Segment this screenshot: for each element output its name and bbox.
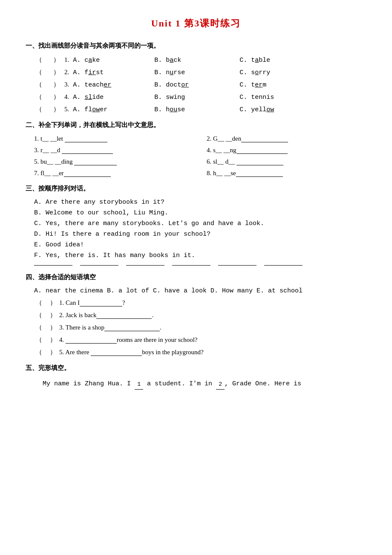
cloze-blank-1: 1 bbox=[135, 379, 143, 390]
answer-blank bbox=[172, 265, 210, 266]
q1-option-a: A. cake bbox=[69, 57, 154, 64]
list-item: （ ） 4. rooms are there in your school? bbox=[26, 336, 366, 344]
q5-option-a: A. flower bbox=[69, 106, 154, 113]
fill-blank bbox=[241, 142, 288, 142]
list-item: 7. fl__ __er bbox=[34, 170, 194, 177]
fill-blank bbox=[236, 165, 283, 165]
list-item: 3. r__ __d bbox=[34, 147, 194, 154]
list-item: （ ） 1. Can I? bbox=[26, 299, 366, 307]
section2-grid: 1. t__ __let 2. G__ __den 3. r__ __d 4. … bbox=[26, 135, 366, 177]
table-row: （ ） 4. A. slide B. swing C. tennis bbox=[34, 93, 366, 101]
cloze-blank-2: 2 bbox=[216, 379, 225, 390]
q4-num: （ ） 4. bbox=[34, 93, 69, 101]
q4-option-c: C. tennis bbox=[239, 94, 325, 101]
q5-option-c: C. yellow bbox=[239, 106, 325, 113]
answer-blank bbox=[264, 265, 303, 266]
list-item: （ ） 2. Jack is back. bbox=[26, 311, 366, 319]
table-row: （ ） 2. A. first B. nurse C. sorry bbox=[34, 68, 366, 76]
section5-text: My name is Zhang Hua. I 1 a student. I'm… bbox=[26, 378, 366, 390]
section3-title: 三、按顺序排列对话。 bbox=[26, 185, 366, 193]
list-item: （ ） 3. There is a shop. bbox=[26, 324, 366, 332]
q3-option-b: B. doctor bbox=[154, 81, 239, 89]
q1-paren: （ bbox=[34, 56, 43, 64]
table-row: （ ） 1. A. cake B. back C. table bbox=[34, 56, 366, 64]
fill-blank bbox=[65, 142, 107, 142]
table-row: （ ） 5. A. flower B. house C. yellow bbox=[34, 105, 366, 113]
fill-blank bbox=[236, 153, 288, 154]
fill-blank bbox=[62, 153, 113, 154]
q1-num: （ ） 1. bbox=[34, 56, 69, 64]
list-item: 4. s__ __ng bbox=[207, 147, 366, 154]
section4-options: A. near the cinema B. a lot of C. have a… bbox=[26, 287, 366, 295]
q3-option-a: A. teacher bbox=[69, 81, 154, 89]
list-item: A. Are there any storybooks in it? bbox=[34, 199, 366, 206]
table-row: （ ） 3. A. teacher B. doctor C. term bbox=[34, 81, 366, 89]
section3-dialogues: A. Are there any storybooks in it? B. We… bbox=[26, 199, 366, 259]
q2-option-a: A. first bbox=[69, 69, 154, 76]
list-item: 1. t__ __let bbox=[34, 135, 194, 142]
q4-option-b: B. swing bbox=[154, 94, 239, 101]
list-item: B. Welcome to our school, Liu Ming. bbox=[34, 209, 366, 217]
fill-blank bbox=[64, 176, 111, 177]
q3-option-c: C. term bbox=[239, 81, 325, 89]
list-item: （ ） 5. Are there boys in the playground? bbox=[26, 348, 366, 356]
list-item: 2. G__ __den bbox=[207, 135, 366, 142]
answer-blank bbox=[34, 265, 72, 266]
answer-blank bbox=[126, 265, 164, 266]
q4-option-a: A. slide bbox=[69, 94, 154, 101]
q1-option-c: C. table bbox=[239, 57, 325, 64]
list-item: F. Yes, there is. It has many books in i… bbox=[34, 252, 366, 259]
list-item: C. Yes, there are many storybooks. Let's… bbox=[34, 220, 366, 227]
list-item: D. Hi! Is there a reading room in your s… bbox=[34, 231, 366, 238]
q2-num: （ ） 2. bbox=[34, 68, 69, 76]
fill-blank bbox=[74, 165, 117, 165]
fill-blank bbox=[236, 176, 283, 177]
q3-num: （ ） 3. bbox=[34, 81, 69, 89]
list-item: 5. bu__ __ding bbox=[34, 158, 194, 165]
section1-questions: （ ） 1. A. cake B. back C. table （ ） 2. A… bbox=[26, 56, 366, 113]
q5-num: （ ） 5. bbox=[34, 105, 69, 113]
q2-option-b: B. nurse bbox=[154, 69, 239, 76]
page-title: Unit 1 第3课时练习 bbox=[26, 17, 366, 30]
section2-title: 二、补全下列单词，并在横线上写出中文意思。 bbox=[26, 121, 366, 129]
section3-answer-lines bbox=[26, 265, 366, 266]
answer-blank bbox=[218, 265, 257, 266]
list-item: E. Good idea! bbox=[34, 241, 366, 249]
list-item: 6. sl__ d__ bbox=[207, 158, 366, 165]
section4-title: 四、选择合适的短语填空 bbox=[26, 273, 366, 281]
section5-title: 五、完形填空。 bbox=[26, 364, 366, 372]
list-item: 8. h__ __se bbox=[207, 170, 366, 177]
q2-option-c: C. sorry bbox=[239, 69, 325, 76]
answer-blank bbox=[80, 265, 118, 266]
section1-title: 一、找出画线部分读音与其余两项不同的一项。 bbox=[26, 42, 366, 50]
q5-option-b: B. house bbox=[154, 106, 239, 113]
q1-option-b: B. back bbox=[154, 57, 239, 64]
